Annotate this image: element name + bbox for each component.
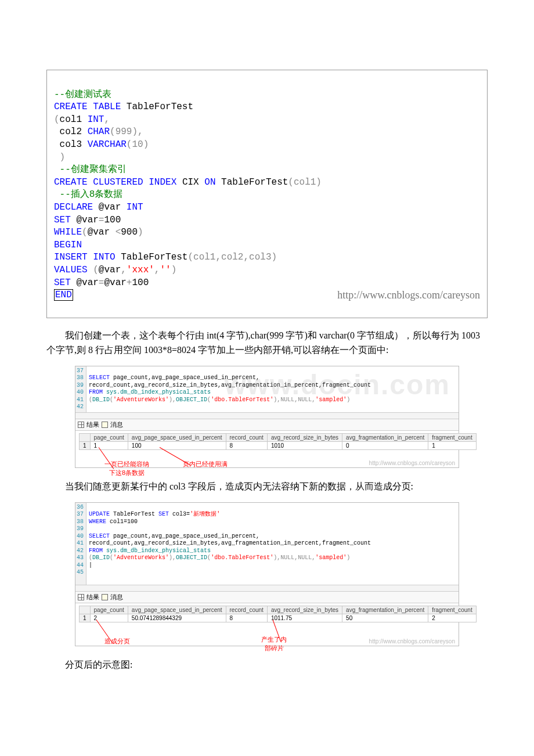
line-number: 40	[77, 389, 84, 397]
str: 'xxx'	[127, 265, 154, 275]
results-pane: page_count avg_page_space_used_in_percen…	[75, 431, 459, 467]
col-header[interactable]: avg_page_space_used_in_percent	[128, 606, 226, 614]
str: '新增数据'	[190, 511, 220, 517]
col-header[interactable]: fragment_count	[428, 433, 477, 441]
punct: )	[347, 397, 350, 403]
col-header[interactable]: page_count	[90, 606, 128, 614]
tab-messages[interactable]: 消息	[110, 593, 123, 602]
line-number: 40	[77, 533, 84, 541]
line-number: 39	[77, 382, 84, 390]
results-pane: page_count avg_page_space_used_in_percen…	[75, 603, 459, 646]
punct: ),	[169, 555, 176, 561]
kw: FROM	[89, 389, 103, 395]
line-number: 37	[77, 511, 84, 519]
punct: )	[138, 227, 143, 237]
kw: UPDATE	[89, 511, 110, 517]
cell[interactable]: 8	[226, 441, 267, 449]
table-header-row: page_count avg_page_space_used_in_percen…	[80, 606, 477, 614]
col-header[interactable]: page_count	[90, 433, 128, 441]
ssms-screenshot-2: 36 37 38 39 40 41 42 43 44 45 UPDATE Tab…	[75, 502, 459, 647]
cell[interactable]: 1010	[267, 441, 342, 449]
line-gutter: 36 37 38 39 40 41 42 43 44 45	[75, 503, 86, 585]
cell[interactable]: 1011.75	[267, 614, 342, 622]
cell[interactable]: 100	[128, 441, 226, 449]
table-row[interactable]: 1 2 50.0741289844329 8 1011.75 50 2	[80, 614, 477, 622]
fn: OBJECT_ID	[176, 555, 207, 561]
col-header[interactable]: record_count	[226, 606, 267, 614]
code-comment: --插入8条数据	[60, 189, 123, 200]
punct: (col1,col2,col3)	[187, 252, 277, 262]
line-number: 41	[77, 397, 84, 404]
grid-icon	[78, 594, 84, 600]
line-number: 38	[77, 519, 84, 526]
kw: ON	[204, 177, 215, 188]
str: 'dbo.TableForTest'	[211, 555, 273, 561]
message-icon	[102, 594, 108, 600]
col-header[interactable]: record_count	[226, 433, 267, 441]
fn: DB_ID	[92, 397, 110, 403]
punct: )	[60, 152, 66, 163]
col-header[interactable]: avg_record_size_in_bytes	[267, 433, 342, 441]
cell[interactable]: 1	[90, 441, 128, 449]
kw: SELECT	[89, 375, 110, 381]
col-header[interactable]: fragment_count	[428, 606, 477, 614]
splitter[interactable]	[75, 412, 459, 419]
kw: BEGIN	[54, 240, 82, 250]
col-header[interactable]: avg_page_space_used_in_percent	[128, 433, 226, 441]
tab-results[interactable]: 结果	[86, 593, 99, 602]
col-header[interactable]: avg_fragmentation_in_percent	[342, 433, 428, 441]
callout-text: 页内已经使用满	[183, 460, 228, 469]
tab-messages[interactable]: 消息	[110, 420, 123, 429]
var: @var	[104, 278, 126, 288]
num: 100	[132, 278, 149, 288]
line-number: 42	[77, 548, 84, 555]
ident: TableForTest	[113, 511, 155, 517]
corner-cell	[80, 606, 91, 614]
body-paragraph: 我们创建一个表，这个表每个行由 int(4 字节),char(999 字节)和 …	[46, 329, 488, 358]
punct: (	[54, 114, 60, 125]
text: record_count,avg_record_size_in_bytes,av…	[89, 382, 371, 388]
kw: INDEX	[149, 177, 176, 188]
ssms-screenshot-1: www.docin.com 37 38 39 40 41 42 SELECT p…	[75, 366, 459, 468]
sql-code-block: --创建测试表 CREATE TABLE TableForTest (col1 …	[46, 70, 488, 318]
punct: )	[171, 265, 177, 275]
kw: TABLE	[93, 102, 121, 112]
body-paragraph: 分页后的示意图:	[46, 658, 488, 672]
code-comment: --创建聚集索引	[60, 164, 127, 175]
kw: INT	[127, 202, 143, 213]
document-page: --创建测试表 CREATE TABLE TableForTest (col1 …	[0, 0, 534, 715]
col-header[interactable]: avg_fragmentation_in_percent	[342, 606, 428, 614]
cell[interactable]: 50.0741289844329	[128, 614, 226, 622]
line-number: 36	[77, 504, 84, 512]
text: page_count,avg_page_space_used_in_percen…	[113, 375, 259, 381]
kw: WHERE	[89, 519, 106, 525]
callout-text: 造成分页	[104, 637, 130, 646]
cell[interactable]: 0	[342, 441, 428, 449]
fn: OBJECT_ID	[176, 397, 207, 403]
ident: col2	[60, 127, 82, 137]
punct: ),	[273, 555, 280, 561]
splitter[interactable]	[75, 585, 459, 592]
col-header[interactable]: avg_record_size_in_bytes	[267, 606, 342, 614]
cell[interactable]: 1	[428, 441, 477, 449]
line-number: 38	[77, 375, 84, 382]
kw: VALUES	[54, 265, 88, 275]
cell[interactable]: 2	[428, 614, 477, 622]
fn: DB_ID	[92, 555, 110, 561]
results-tabs: 结果 消息	[75, 419, 459, 431]
tab-results[interactable]: 结果	[86, 420, 99, 429]
table-row[interactable]: 1 1 100 8 1010 0 1	[80, 441, 477, 449]
ident: col1	[60, 114, 82, 125]
text: page_count,avg_page_space_used_in_percen…	[113, 533, 259, 539]
cell[interactable]: 2	[90, 614, 128, 622]
cell[interactable]: 50	[342, 614, 428, 622]
ident: col3	[60, 139, 82, 150]
str: ''	[160, 265, 171, 275]
ident: TableForTest	[127, 102, 193, 112]
str: 'sampled'	[315, 397, 347, 403]
cell[interactable]: 8	[226, 614, 267, 622]
var: @var	[99, 202, 121, 213]
fn: sys.dm_db_index_physical_stats	[106, 389, 211, 395]
kw: SELECT	[89, 533, 110, 539]
line-number: 42	[77, 404, 84, 411]
